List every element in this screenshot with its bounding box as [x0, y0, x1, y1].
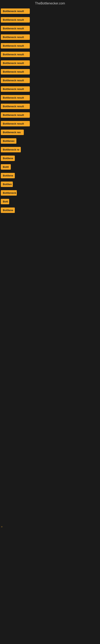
bar-row-20: Bottlene	[0, 171, 100, 180]
bars-container: Bottleneck resultBottleneck resultBottle…	[0, 7, 100, 214]
bottleneck-bar-16: Bottlenec	[1, 138, 16, 144]
bar-row-3: Bottleneck result	[0, 24, 100, 33]
bar-row-1: Bottleneck result	[0, 7, 100, 16]
bar-row-15: Bottleneck res	[0, 128, 100, 137]
bar-row-12: Bottleneck result	[0, 102, 100, 111]
bottleneck-bar-14: Bottleneck result	[1, 121, 30, 126]
bar-row-6: Bottleneck result	[0, 50, 100, 59]
bar-row-22: Bottleneck	[0, 188, 100, 197]
bar-row-8: Bottleneck result	[0, 68, 100, 76]
bottleneck-bar-3: Bottleneck result	[1, 26, 30, 31]
bottleneck-bar-12: Bottleneck result	[1, 104, 30, 109]
bar-row-2: Bottleneck result	[0, 16, 100, 24]
bar-row-4: Bottleneck result	[0, 33, 100, 42]
bar-row-24: Bottlene	[0, 206, 100, 214]
site-title: TheBottlenecker.com	[0, 0, 100, 7]
bottleneck-bar-11: Bottleneck result	[1, 95, 30, 100]
bottleneck-bar-19: Bottl	[1, 164, 11, 170]
bar-row-13: Bottleneck result	[0, 111, 100, 119]
bar-row-21: Bottlen	[0, 180, 100, 188]
bar-row-10: Bottleneck result	[0, 85, 100, 94]
bottleneck-bar-10: Bottleneck result	[1, 86, 30, 92]
bottom-axis-label: 0	[1, 526, 3, 527]
bottleneck-bar-15: Bottleneck res	[1, 130, 24, 135]
bottleneck-bar-18: Bottlene	[1, 156, 15, 161]
bar-row-23: Bott	[0, 197, 100, 206]
bottleneck-bar-9: Bottleneck result	[1, 78, 30, 83]
bar-row-18: Bottlene	[0, 154, 100, 162]
bottleneck-bar-24: Bottlene	[1, 208, 15, 213]
bar-row-5: Bottleneck result	[0, 42, 100, 50]
bottleneck-bar-13: Bottleneck result	[1, 112, 30, 118]
bottleneck-bar-23: Bott	[1, 199, 9, 204]
bottleneck-bar-1: Bottleneck result	[1, 8, 30, 14]
bottleneck-bar-7: Bottleneck result	[1, 60, 30, 66]
bar-row-9: Bottleneck result	[0, 76, 100, 85]
bottleneck-bar-22: Bottleneck	[1, 190, 17, 196]
bottleneck-bar-21: Bottlen	[1, 182, 13, 187]
bottleneck-bar-6: Bottleneck result	[1, 52, 30, 57]
bottleneck-bar-4: Bottleneck result	[1, 34, 30, 40]
bar-row-14: Bottleneck result	[0, 119, 100, 128]
bottleneck-bar-8: Bottleneck result	[1, 69, 30, 74]
bottleneck-bar-5: Bottleneck result	[1, 43, 30, 48]
bottleneck-bar-20: Bottlene	[1, 173, 15, 178]
bar-row-16: Bottlenec	[0, 137, 100, 145]
bar-row-11: Bottleneck result	[0, 94, 100, 102]
bar-row-17: Bottleneck re	[0, 145, 100, 154]
bar-row-19: Bottl	[0, 162, 100, 171]
bottleneck-bar-17: Bottleneck re	[1, 147, 21, 152]
bar-row-7: Bottleneck result	[0, 59, 100, 68]
bottleneck-bar-2: Bottleneck result	[1, 17, 30, 22]
